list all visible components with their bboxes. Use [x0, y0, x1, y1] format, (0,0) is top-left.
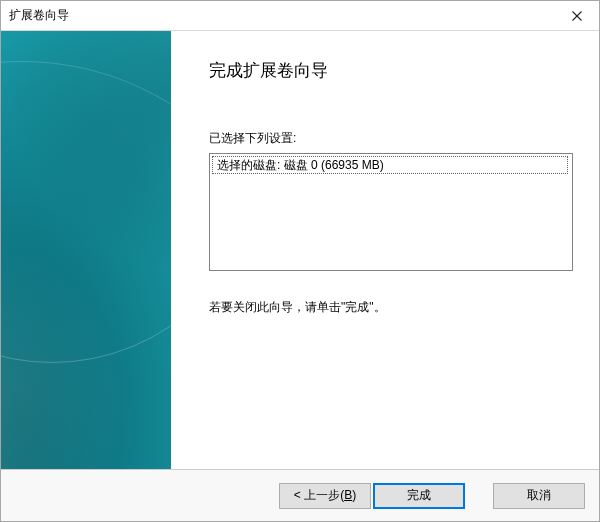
cancel-button[interactable]: 取消: [493, 483, 585, 509]
close-instruction: 若要关闭此向导，请单击"完成"。: [209, 299, 573, 316]
wizard-dialog: 扩展卷向导 完成扩展卷向导 已选择下列设置: 选择的磁盘: 磁盘 0 (6693…: [0, 0, 600, 522]
close-icon: [572, 11, 582, 21]
close-button[interactable]: [554, 1, 599, 30]
wizard-side-graphic: [1, 31, 171, 469]
back-button-mnemonic: B: [344, 488, 352, 502]
back-button[interactable]: < 上一步(B): [279, 483, 371, 509]
button-bar: < 上一步(B) 完成 取消: [1, 469, 599, 521]
back-button-prefix: < 上一步(: [294, 488, 344, 502]
back-button-suffix: ): [352, 488, 356, 502]
nav-button-group: < 上一步(B) 完成: [279, 483, 465, 509]
settings-listbox[interactable]: 选择的磁盘: 磁盘 0 (66935 MB): [209, 153, 573, 271]
window-title: 扩展卷向导: [9, 7, 69, 24]
titlebar: 扩展卷向导: [1, 1, 599, 31]
finish-button[interactable]: 完成: [373, 483, 465, 509]
content-pane: 完成扩展卷向导 已选择下列设置: 选择的磁盘: 磁盘 0 (66935 MB) …: [171, 31, 599, 469]
settings-label: 已选择下列设置:: [209, 130, 573, 147]
page-heading: 完成扩展卷向导: [209, 59, 573, 82]
settings-list-item[interactable]: 选择的磁盘: 磁盘 0 (66935 MB): [212, 156, 568, 174]
body-area: 完成扩展卷向导 已选择下列设置: 选择的磁盘: 磁盘 0 (66935 MB) …: [1, 31, 599, 469]
